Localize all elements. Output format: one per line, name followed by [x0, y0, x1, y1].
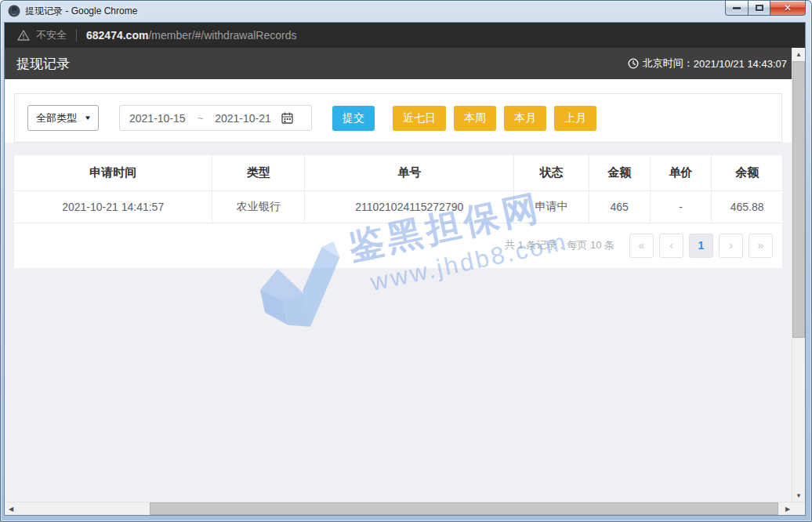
table-cell: 农业银行 — [212, 190, 305, 223]
security-label: 不安全 — [36, 28, 67, 42]
column-header: 单号 — [304, 155, 514, 190]
maximize-button[interactable] — [748, 1, 770, 16]
horizontal-scrollbar-thumb[interactable] — [150, 502, 778, 515]
pagination-summary: 共 1 条记录，每页 10 条 — [505, 238, 614, 252]
scroll-right-arrow-icon[interactable]: ▶ — [781, 502, 794, 515]
type-select-value: 全部类型 — [36, 111, 77, 125]
date-start: 2021-10-15 — [129, 112, 186, 125]
column-header: 余额 — [712, 155, 782, 190]
page: 提现记录 北京时间： 2021/10/21 14:43:07 — [5, 48, 792, 502]
minimize-icon — [733, 7, 741, 9]
submit-button[interactable]: 提交 — [332, 106, 375, 131]
prev-page-button[interactable]: ‹ — [659, 234, 683, 258]
current-page-button[interactable]: 1 — [689, 234, 713, 258]
time-value: 2021/10/21 14:43:07 — [694, 58, 787, 70]
last-month-button[interactable]: 上月 — [554, 106, 596, 131]
page-title: 提现记录 — [16, 55, 70, 73]
table-cell: - — [650, 190, 711, 223]
content: 全部类型 ▼ 2021-10-15 ~ 2021-10-21 — [5, 79, 792, 502]
address-bar[interactable]: 不安全 682474.com /member/#/withdrawalRecor… — [5, 23, 805, 48]
scroll-down-arrow-icon[interactable]: ▼ — [792, 489, 805, 502]
next-page-button[interactable]: › — [719, 234, 743, 258]
clock-icon — [628, 58, 639, 69]
type-select[interactable]: 全部类型 ▼ — [27, 105, 99, 131]
vertical-scrollbar-thumb[interactable] — [792, 61, 805, 338]
address-separator — [76, 29, 77, 42]
column-header: 状态 — [514, 155, 589, 190]
column-header: 金额 — [589, 155, 650, 190]
table-cell: 2021-10-21 14:41:57 — [14, 190, 212, 223]
first-page-button[interactable]: « — [629, 234, 654, 258]
table-cell: 211021024115272790 — [304, 190, 514, 223]
favicon-icon — [8, 5, 20, 17]
window-controls: ✕ — [726, 1, 806, 16]
column-header: 单价 — [650, 155, 711, 190]
url-domain: 682474.com — [86, 29, 148, 42]
date-range-input[interactable]: 2021-10-15 ~ 2021-10-21 — [119, 105, 312, 131]
close-button[interactable]: ✕ — [770, 1, 806, 16]
scroll-left-arrow-icon[interactable]: ◀ — [5, 502, 17, 515]
table-cell: 465 — [589, 190, 650, 223]
records-table: 申请时间类型单号状态金额单价余额 2021-10-21 14:41:57农业银行… — [14, 155, 782, 223]
filter-panel: 全部类型 ▼ 2021-10-15 ~ 2021-10-21 — [14, 93, 782, 143]
column-header: 申请时间 — [14, 155, 212, 190]
window-title: 提现记录 - Google Chrome — [25, 5, 137, 18]
url-path: /member/#/withdrawalRecords — [148, 29, 296, 42]
date-separator: ~ — [198, 112, 204, 124]
chevron-down-icon: ▼ — [84, 114, 92, 121]
this-week-button[interactable]: 本周 — [454, 106, 496, 131]
beijing-time: 北京时间： 2021/10/21 14:43:07 — [628, 56, 787, 71]
this-month-button[interactable]: 本月 — [504, 106, 546, 131]
title-bar[interactable]: 提现记录 - Google Chrome ✕ — [0, 0, 812, 22]
date-end: 2021-10-21 — [215, 112, 271, 125]
time-label: 北京时间： — [643, 56, 694, 71]
table-cell: 申请中 — [514, 190, 589, 223]
main-row: 提现记录 北京时间： 2021/10/21 14:43:07 — [5, 48, 805, 502]
horizontal-scrollbar[interactable]: ◀ ▶ — [5, 502, 805, 515]
warning-icon — [17, 30, 30, 41]
last-page-button[interactable]: » — [749, 234, 773, 258]
scroll-up-arrow-icon[interactable]: ▲ — [792, 48, 805, 60]
pagination: 共 1 条记录，每页 10 条 « ‹ 1 › » — [14, 223, 782, 268]
vertical-scrollbar[interactable]: ▲ ▼ — [792, 48, 805, 502]
table-row: 2021-10-21 14:41:57农业银行21102102411527279… — [14, 190, 782, 223]
table-cell: 465.88 — [712, 190, 782, 223]
table-header-row: 申请时间类型单号状态金额单价余额 — [14, 155, 782, 190]
page-header: 提现记录 北京时间： 2021/10/21 14:43:07 — [5, 48, 792, 79]
last-seven-days-button[interactable]: 近七日 — [393, 106, 446, 131]
browser-viewport: 不安全 682474.com /member/#/withdrawalRecor… — [4, 22, 806, 516]
column-header: 类型 — [212, 155, 305, 190]
filter-section: 全部类型 ▼ 2021-10-15 ~ 2021-10-21 — [5, 79, 792, 143]
maximize-icon — [756, 5, 763, 11]
close-icon: ✕ — [784, 3, 792, 13]
browser-window: 提现记录 - Google Chrome ✕ 不安全 682474.com /m… — [0, 0, 812, 522]
records-panel: 申请时间类型单号状态金额单价余额 2021-10-21 14:41:57农业银行… — [14, 155, 782, 268]
calendar-icon — [281, 112, 293, 124]
minimize-button[interactable] — [725, 1, 749, 16]
